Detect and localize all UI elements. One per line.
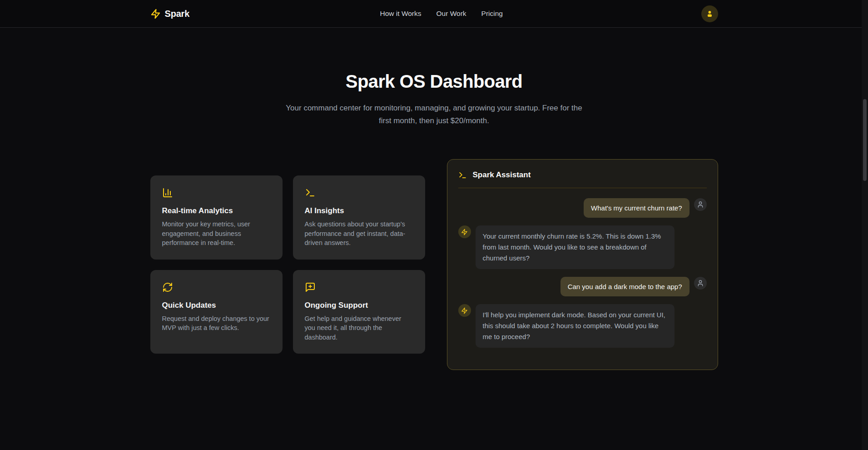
- brand[interactable]: Spark: [150, 9, 190, 19]
- user-icon: [697, 201, 704, 208]
- main-nav: How it Works Our Work Pricing: [380, 10, 503, 18]
- assistant-message-bubble: I'll help you implement dark mode. Based…: [476, 304, 675, 348]
- user-message-bubble: Can you add a dark mode to the app?: [560, 277, 689, 296]
- scrollbar-thumb[interactable]: [863, 99, 867, 181]
- chat-message-assistant: I'll help you implement dark mode. Based…: [458, 304, 707, 348]
- terminal-icon: [458, 171, 467, 180]
- assistant-message-bubble: Your current monthly churn rate is 5.2%.…: [476, 225, 675, 269]
- chat-messages: What's my current churn rate? Your curre…: [458, 198, 707, 348]
- assistant-avatar: [458, 225, 471, 238]
- assistant-panel-header: Spark Assistant: [458, 170, 707, 188]
- feature-title: AI Insights: [305, 206, 413, 215]
- user-avatar: [694, 198, 707, 211]
- navbar: Spark How it Works Our Work Pricing: [0, 0, 868, 28]
- assistant-panel-title: Spark Assistant: [473, 170, 531, 180]
- feature-title: Ongoing Support: [305, 301, 413, 310]
- terminal-icon: [305, 187, 316, 198]
- lightning-bolt-icon: [150, 9, 161, 19]
- brand-label: Spark: [165, 9, 190, 19]
- chart-column-icon: [162, 187, 173, 198]
- feature-description: Monitor your key metrics, user engagemen…: [162, 220, 271, 248]
- lightning-bolt-icon: [461, 307, 468, 314]
- feature-card: Quick Updates Request and deploy changes…: [150, 270, 283, 354]
- page-title: Spark OS Dashboard: [0, 71, 868, 92]
- feature-card: Real-time Analytics Monitor your key met…: [150, 175, 283, 260]
- message-square-plus-icon: [305, 282, 316, 293]
- main-content: Real-time Analytics Monitor your key met…: [150, 159, 718, 370]
- feature-card: AI Insights Ask questions about your sta…: [293, 175, 425, 260]
- nav-link[interactable]: How it Works: [380, 10, 422, 18]
- scrollbar-track[interactable]: [862, 0, 868, 450]
- feature-description: Ask questions about your startup's perfo…: [305, 220, 413, 248]
- hero-section: Spark OS Dashboard Your command center f…: [0, 28, 868, 127]
- nav-link[interactable]: Pricing: [481, 10, 503, 18]
- chat-message-user: Can you add a dark mode to the app?: [458, 277, 707, 296]
- account-avatar-button[interactable]: [701, 5, 718, 22]
- chat-message-user: What's my current churn rate?: [458, 198, 707, 218]
- refresh-icon: [162, 282, 173, 293]
- user-icon: [697, 280, 704, 287]
- user-message-bubble: What's my current churn rate?: [584, 198, 689, 218]
- feature-description: Get help and guidance whenever you need …: [305, 314, 413, 342]
- features-grid: Real-time Analytics Monitor your key met…: [150, 175, 425, 354]
- user-icon: [705, 10, 714, 18]
- feature-description: Request and deploy changes to your MVP w…: [162, 314, 271, 333]
- feature-title: Quick Updates: [162, 301, 271, 310]
- user-avatar: [694, 277, 707, 290]
- chat-message-assistant: Your current monthly churn rate is 5.2%.…: [458, 225, 707, 269]
- page-subtitle: Your command center for monitoring, mana…: [280, 102, 589, 127]
- feature-card: Ongoing Support Get help and guidance wh…: [293, 270, 425, 354]
- assistant-panel: Spark Assistant What's my current churn …: [447, 159, 718, 370]
- assistant-avatar: [458, 304, 471, 317]
- feature-title: Real-time Analytics: [162, 206, 271, 215]
- nav-link[interactable]: Our Work: [436, 10, 466, 18]
- lightning-bolt-icon: [461, 229, 468, 235]
